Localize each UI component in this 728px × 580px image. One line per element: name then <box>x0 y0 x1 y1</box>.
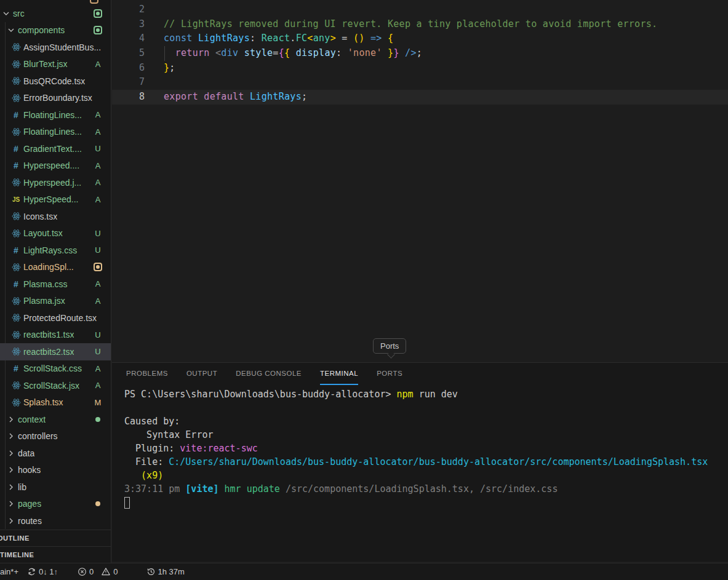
code-text <box>145 2 164 17</box>
editor-indent-guide <box>164 46 165 61</box>
tree-item-label: controllers <box>18 431 58 441</box>
file-row[interactable]: BusQRCode.tsx <box>0 73 111 90</box>
file-row[interactable]: reactbits1.tsxU <box>0 327 111 344</box>
tree-item-label: FloatingLines... <box>23 127 82 137</box>
folder-row[interactable]: hooks <box>0 462 111 479</box>
file-row[interactable]: BlurText.jsxA <box>0 56 111 73</box>
file-row[interactable]: #Plasma.cssA <box>0 276 111 293</box>
code-line[interactable]: 8export default LightRays; <box>112 90 728 105</box>
file-row[interactable]: LoadingSpl... <box>0 259 111 276</box>
file-row[interactable]: FloatingLines...A <box>0 124 111 141</box>
dot-badge <box>92 501 103 506</box>
panel-tab-ports[interactable]: PORTS <box>377 363 402 385</box>
file-row[interactable]: #LightRays.cssU <box>0 242 111 259</box>
tree-item-label: FloatingLines... <box>23 110 82 120</box>
timeline-section-header[interactable]: TIMELINE <box>0 546 111 563</box>
folder-row[interactable]: src <box>0 5 111 22</box>
terminal-output[interactable]: PS C:\Users\sharu\Downloads\bus-buddy-al… <box>124 387 728 509</box>
folder-row[interactable]: context <box>0 411 111 428</box>
file-row[interactable]: Splash.tsxM <box>0 394 111 411</box>
tree-item-label: pages <box>18 499 41 509</box>
git-status-badge: U <box>92 347 103 356</box>
folder-row[interactable]: components <box>0 22 111 39</box>
panel-tab-output[interactable]: OUTPUT <box>186 363 217 385</box>
file-row[interactable]: ErrorBoundary.tsx <box>0 90 111 107</box>
file-row[interactable]: #FloatingLines...A <box>0 106 111 124</box>
code-line[interactable]: 3// LightRays removed during UI revert. … <box>112 17 728 32</box>
tree-item-label: AssignStudentBus... <box>23 42 101 52</box>
session-duration-item[interactable]: 1h 37m <box>145 563 186 580</box>
css-icon: # <box>10 363 22 373</box>
folder-row[interactable]: routes <box>0 512 111 530</box>
folder-row[interactable]: controllers <box>0 428 111 445</box>
chevron-right-icon <box>6 517 16 525</box>
react-icon <box>10 127 22 137</box>
file-row[interactable]: Hyperspeed.j...A <box>0 174 111 191</box>
file-row[interactable]: #Hyperspeed....A <box>0 157 111 175</box>
chevron-right-icon <box>6 449 16 458</box>
tree-item-label: ErrorBoundary.tsx <box>23 93 92 103</box>
code-line[interactable]: 2 <box>112 2 728 17</box>
file-row[interactable]: ScrollStack.jsxA <box>0 377 111 394</box>
panel-tab-terminal[interactable]: TERMINAL <box>320 363 358 385</box>
folder-row[interactable]: data <box>0 445 111 462</box>
file-row[interactable]: Icons.tsx <box>0 208 111 225</box>
truncated-row-badge <box>90 0 98 4</box>
git-status-badge: M <box>92 398 103 407</box>
tree-item-label: context <box>18 415 46 424</box>
terminal-line <box>124 401 728 415</box>
file-row[interactable]: ProtectedRoute.tsx <box>0 309 111 327</box>
file-row[interactable]: reactbits2.tsxU <box>0 343 111 360</box>
branch-name: ain*+ <box>0 567 18 576</box>
tree-item-label: Hyperspeed.j... <box>23 178 81 188</box>
terminal-line: (x9) <box>124 469 728 482</box>
session-duration: 1h 37m <box>158 567 185 576</box>
error-count: 0 <box>89 567 94 576</box>
tree-item-label: Splash.tsx <box>23 397 63 407</box>
react-icon <box>10 296 22 306</box>
file-row[interactable]: #GradientText....U <box>0 140 111 157</box>
dot-badge <box>92 417 103 422</box>
ports-tooltip: Ports <box>373 338 406 354</box>
git-status-badge: A <box>92 161 103 170</box>
file-row[interactable]: AssignStudentBus... <box>0 39 111 56</box>
css-icon: # <box>10 161 22 170</box>
outline-section-header[interactable]: OUTLINE <box>0 530 111 546</box>
code-text: const LightRays: React.FC<any> = () => { <box>145 31 393 46</box>
timeline-label: TIMELINE <box>0 551 34 558</box>
code-line[interactable]: 7 <box>112 75 728 90</box>
line-number: 5 <box>112 46 145 61</box>
folder-row[interactable]: pages <box>0 496 111 513</box>
panel-tab-debug-console[interactable]: DEBUG CONSOLE <box>236 363 302 385</box>
code-line[interactable]: 6}; <box>112 61 728 76</box>
terminal-line: Caused by: <box>124 415 728 428</box>
sync-counts: 0↓ 1↑ <box>39 567 58 576</box>
file-row[interactable]: JSHyperSpeed...A <box>0 191 111 209</box>
code-line[interactable]: 5 return <div style={{ display: 'none' }… <box>112 46 728 61</box>
code-editor[interactable]: 23// LightRays removed during UI revert.… <box>112 0 728 362</box>
file-tree[interactable]: srccomponentsAssignStudentBus...BlurText… <box>0 5 111 530</box>
problems-item[interactable]: 0 0 <box>76 563 119 580</box>
react-icon <box>10 76 22 85</box>
modified-container-badge <box>92 263 103 271</box>
file-row[interactable]: Plasma.jsxA <box>0 293 111 310</box>
sync-changes-item[interactable]: 0↓ 1↑ <box>25 563 60 580</box>
code-line[interactable]: 4const LightRays: React.FC<any> = () => … <box>112 31 728 46</box>
file-row[interactable]: Layout.tsxU <box>0 225 111 242</box>
tree-item-label: Layout.tsx <box>23 228 63 238</box>
tree-item-label: hooks <box>18 465 41 475</box>
folder-row[interactable]: lib <box>0 479 111 496</box>
code-text <box>145 75 164 90</box>
warning-icon <box>101 567 111 576</box>
sidebar-sections: OUTLINE TIMELINE <box>0 530 111 563</box>
history-icon <box>146 567 156 576</box>
file-row[interactable]: #ScrollStack.cssA <box>0 360 111 378</box>
react-icon <box>10 313 22 322</box>
react-icon <box>10 347 22 356</box>
terminal-line: File: C:/Users/sharu/Downloads/bus-buddy… <box>124 455 728 469</box>
git-branch-item[interactable]: ain*+ <box>0 563 20 580</box>
panel-tab-problems[interactable]: PROBLEMS <box>126 363 168 385</box>
chevron-right-icon <box>6 415 16 424</box>
chevron-down-icon <box>6 26 16 34</box>
terminal-line: Syntax Error <box>124 428 728 442</box>
